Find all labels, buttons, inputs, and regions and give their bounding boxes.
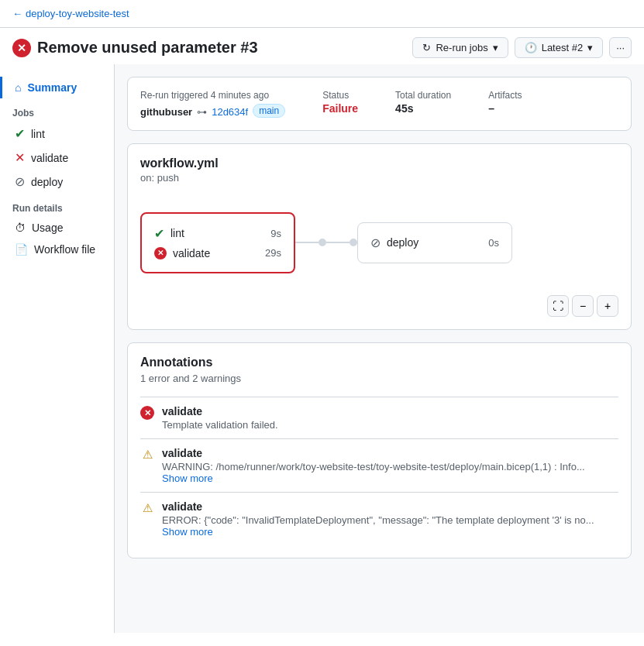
sidebar-item-workflow-file[interactable]: 📄 Workflow file xyxy=(0,239,114,260)
annotation-content-warning-1: validate WARNING: /home/runner/work/toy-… xyxy=(162,447,618,484)
status-label: Status xyxy=(322,90,358,101)
warning-icon-1: ⚠ xyxy=(140,448,154,462)
deploy-status-icon: ⊘ xyxy=(15,174,25,189)
page-title: ✕ Remove unused parameter #3 xyxy=(12,39,258,57)
graph-controls: ⛶ − + xyxy=(140,295,618,317)
rerun-chevron-icon: ▾ xyxy=(493,42,498,53)
deploy-job-row: ⊘ deploy 0s xyxy=(370,232,499,253)
show-more-1[interactable]: Show more xyxy=(162,472,618,484)
back-link[interactable]: ← deploy-toy-website-test xyxy=(12,8,129,19)
header-actions: ↻ Re-run jobs ▾ 🕐 Latest #2 ▾ ··· xyxy=(412,37,632,58)
connector-dot-1 xyxy=(319,239,326,246)
artifacts-label: Artifacts xyxy=(488,90,522,101)
lint-job-name: lint xyxy=(170,227,184,239)
run-details-section-label: Run details xyxy=(0,194,114,217)
rerun-icon: ↻ xyxy=(422,42,431,53)
connector-line-2 xyxy=(326,242,350,243)
sidebar-item-lint[interactable]: ✔ lint xyxy=(0,122,114,146)
error-icon: ✕ xyxy=(12,39,31,57)
connector xyxy=(295,239,357,246)
deploy-duration: 0s xyxy=(488,237,499,249)
annotation-msg-error: Template validation failed. xyxy=(162,419,618,431)
artifacts-value: – xyxy=(488,102,522,115)
page-header: ✕ Remove unused parameter #3 ↻ Re-run jo… xyxy=(0,28,644,64)
back-arrow-icon: ← xyxy=(12,8,22,19)
deploy-job-name: deploy xyxy=(387,236,418,249)
zoom-out-button[interactable]: − xyxy=(572,295,594,317)
validate-status-icon: ✕ xyxy=(15,150,25,165)
summary-card: Re-run triggered 4 minutes ago githubuse… xyxy=(127,77,632,131)
workflow-card: workflow.yml on: push ✔ lint 9s ✕ valida… xyxy=(127,143,632,330)
workflow-filename: workflow.yml xyxy=(140,156,618,170)
main-content: Re-run triggered 4 minutes ago githubuse… xyxy=(115,64,644,633)
sidebar-item-summary[interactable]: ⌂ Summary xyxy=(0,77,114,98)
summary-label: Summary xyxy=(27,81,77,94)
workflow-trigger: on: push xyxy=(140,172,618,184)
show-more-2[interactable]: Show more xyxy=(162,526,618,538)
lint-success-icon: ✔ xyxy=(154,226,164,241)
validate-duration: 29s xyxy=(265,247,281,259)
summary-meta: githubuser ⊶ 12d634f main xyxy=(140,104,285,118)
jobs-section-label: Jobs xyxy=(0,98,114,122)
deploy-label: deploy xyxy=(31,176,63,188)
annotation-item-warning-2: ⚠ validate ERROR: {"code": "InvalidTempl… xyxy=(140,492,618,545)
lint-duration: 9s xyxy=(270,228,281,239)
status-value: Failure xyxy=(322,102,358,115)
sidebar-item-validate[interactable]: ✕ validate xyxy=(0,146,114,170)
triggered-label: Re-run triggered 4 minutes ago xyxy=(140,90,285,101)
title-text: Remove unused parameter #3 xyxy=(37,39,258,57)
duration-value: 45s xyxy=(395,102,451,115)
connector-dot-2 xyxy=(350,239,357,246)
rerun-jobs-button[interactable]: ↻ Re-run jobs ▾ xyxy=(412,37,508,58)
error-icon-circle: ✕ xyxy=(140,406,154,420)
warning-icon-2: ⚠ xyxy=(140,501,154,515)
usage-label: Usage xyxy=(32,222,63,234)
annotation-item-warning-1: ⚠ validate WARNING: /home/runner/work/to… xyxy=(140,438,618,492)
annotation-job-error: validate xyxy=(162,405,618,417)
sidebar-item-usage[interactable]: ⏱ Usage xyxy=(0,217,114,239)
fullscreen-button[interactable]: ⛶ xyxy=(547,295,569,317)
annotation-msg-warning-2: ERROR: {"code": "InvalidTemplateDeployme… xyxy=(162,514,618,526)
back-link-text: deploy-toy-website-test xyxy=(26,8,129,19)
annotations-subtitle: 1 error and 2 warnings xyxy=(140,373,618,384)
workflow-file-icon: 📄 xyxy=(15,243,28,256)
branch-badge: main xyxy=(253,104,285,118)
top-bar: ← deploy-toy-website-test xyxy=(0,0,644,28)
lint-job-row: ✔ lint 9s xyxy=(154,223,281,244)
usage-icon: ⏱ xyxy=(15,222,26,234)
summary-user: githubuser xyxy=(140,106,192,118)
validate-job-row: ✕ validate 29s xyxy=(154,244,281,263)
annotation-job-warning-2: validate xyxy=(162,500,618,513)
annotation-job-warning-1: validate xyxy=(162,447,618,459)
commit-hash: 12d634f xyxy=(212,106,248,118)
latest-chevron-icon: ▾ xyxy=(587,42,593,53)
validate-failure-icon: ✕ xyxy=(154,247,167,259)
sidebar: ⌂ Summary Jobs ✔ lint ✕ validate ⊘ deplo… xyxy=(0,64,115,633)
annotations-card: Annotations 1 error and 2 warnings ✕ val… xyxy=(127,342,632,558)
commit-arrow-icon: ⊶ xyxy=(197,106,207,118)
annotations-title: Annotations xyxy=(140,356,618,369)
lint-status-icon: ✔ xyxy=(15,126,25,141)
job-group-box: ✔ lint 9s ✕ validate 29s xyxy=(140,212,295,273)
more-icon: ··· xyxy=(616,42,625,53)
connector-line-1 xyxy=(295,242,319,243)
validate-label: validate xyxy=(31,152,68,164)
home-icon: ⌂ xyxy=(15,81,21,94)
annotation-msg-warning-1: WARNING: /home/runner/work/toy-website-t… xyxy=(162,461,618,472)
duration-label: Total duration xyxy=(395,90,451,101)
latest-button[interactable]: 🕐 Latest #2 ▾ xyxy=(515,37,604,58)
workflow-file-label: Workflow file xyxy=(34,243,95,256)
workflow-graph: ✔ lint 9s ✕ validate 29s xyxy=(140,196,618,289)
deploy-job-box: ⊘ deploy 0s xyxy=(357,222,512,263)
more-button[interactable]: ··· xyxy=(609,37,632,58)
clock-icon: 🕐 xyxy=(525,42,537,53)
validate-job-name: validate xyxy=(173,247,210,259)
sidebar-item-deploy[interactable]: ⊘ deploy xyxy=(0,170,114,194)
lint-label: lint xyxy=(31,128,45,140)
deploy-skipped-icon: ⊘ xyxy=(370,235,381,250)
main-layout: ⌂ Summary Jobs ✔ lint ✕ validate ⊘ deplo… xyxy=(0,64,644,633)
zoom-in-button[interactable]: + xyxy=(597,295,618,317)
annotation-content-warning-2: validate ERROR: {"code": "InvalidTemplat… xyxy=(162,500,618,538)
annotation-content-error: validate Template validation failed. xyxy=(162,405,618,431)
annotation-item-error: ✕ validate Template validation failed. xyxy=(140,397,618,438)
